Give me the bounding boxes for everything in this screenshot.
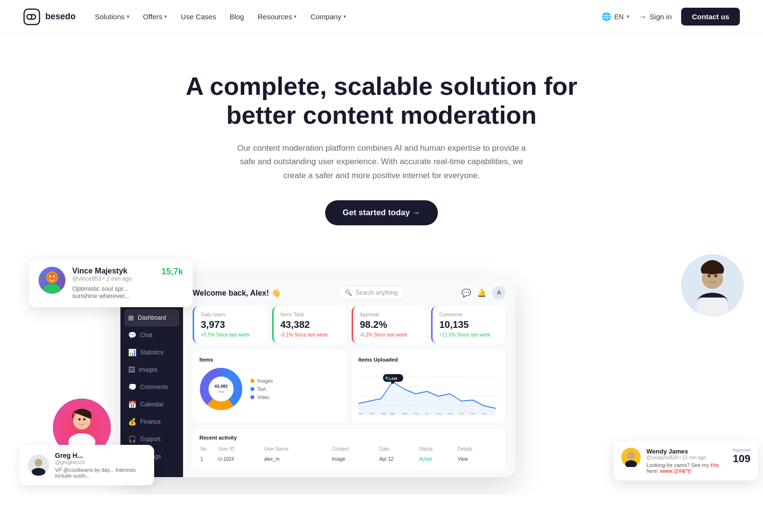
col-content: Content: [332, 446, 378, 454]
chevron-icon: ▾: [627, 13, 630, 20]
wendy-info: Wendy James @xxwjams828 • 15 min ago Loo…: [646, 448, 727, 474]
images-icon: 🖼: [128, 366, 135, 374]
svg-text:Jun: Jun: [414, 412, 418, 415]
col-status: Status: [419, 446, 457, 454]
statistics-icon: 📊: [128, 349, 136, 356]
chevron-icon: ▾: [164, 13, 167, 20]
nav-solutions[interactable]: Solutions ▾: [95, 13, 130, 21]
calendar-icon: 📅: [128, 401, 136, 408]
db-header-icons: 💬 🔔 A: [461, 286, 506, 299]
person-right-avatar: [681, 254, 744, 317]
col-userid: User ID: [218, 446, 263, 454]
stat-change: +6.5% Since last week: [201, 332, 261, 337]
db-nav-images[interactable]: 🖼 Images: [120, 361, 183, 378]
wendy-reported: Reported 109: [733, 448, 750, 474]
col-no: No: [200, 446, 217, 454]
activity-title: Recent activity: [199, 435, 499, 441]
svg-point-3: [43, 284, 61, 294]
sign-in-button[interactable]: → Sign in: [639, 13, 672, 21]
svg-text:Dec: Dec: [482, 412, 487, 415]
hero-title: A complete, scalable solution for better…: [184, 72, 579, 130]
svg-point-20: [83, 418, 86, 421]
stat-label: Comments: [439, 312, 499, 317]
svg-point-23: [32, 468, 45, 476]
donut-wrap: 43,382 total Images Text: [199, 367, 340, 411]
vince-count: 15,7k: [161, 267, 183, 277]
chat-notification-icon[interactable]: 💬: [461, 288, 471, 298]
search-icon: 🔍: [345, 289, 352, 296]
db-nav-comments[interactable]: 💭 Comments: [120, 378, 183, 396]
svg-text:Oct: Oct: [460, 412, 464, 415]
greg-info: Greg H... @greghirsch VP @coolbeans by d…: [55, 452, 145, 479]
chevron-icon: ▾: [343, 13, 346, 20]
line-chart-card: Items Uploaded: [352, 350, 506, 422]
contact-button[interactable]: Contact us: [681, 8, 740, 26]
nav-usecases[interactable]: Use Cases: [181, 13, 216, 21]
stat-change: -0.1% Since last week: [280, 332, 340, 337]
table-row: 1 U-1024 alex_m Image Apr 12 Active View: [200, 455, 498, 463]
sign-in-icon: →: [639, 13, 647, 21]
legend-video: Video: [250, 395, 273, 400]
db-search[interactable]: 🔍 Search anything: [338, 286, 405, 299]
bell-icon[interactable]: 🔔: [477, 288, 487, 298]
nav-right: 🌐 EN ▾ → Sign in Contact us: [602, 8, 740, 26]
nav-blog[interactable]: Blog: [230, 13, 244, 21]
greg-handle: @greghirsch: [55, 459, 145, 465]
greg-card: Greg H... @greghirsch VP @coolbeans by d…: [19, 445, 154, 485]
db-header: Welcome back, Alex! 👋 🔍 Search anything …: [193, 286, 506, 299]
cta-button[interactable]: Get started today →: [325, 200, 438, 225]
line-chart-title: Items Uploaded: [358, 357, 499, 363]
language-selector[interactable]: 🌐 EN ▾: [602, 12, 629, 21]
activity-card: Recent activity No User ID User Name Con…: [193, 429, 506, 469]
svg-point-5: [49, 275, 51, 277]
stat-daily-users: Daily Users 3,973 +6.5% Since last week: [193, 306, 267, 343]
svg-point-6: [53, 275, 55, 277]
svg-text:Jul: Jul: [425, 412, 429, 415]
svg-point-19: [79, 418, 81, 421]
chevron-icon: ▾: [127, 13, 130, 20]
nav-offers[interactable]: Offers ▾: [143, 13, 168, 21]
vince-handle: @vince953 • 2 min ago: [72, 275, 155, 282]
navbar: besedo Solutions ▾ Offers ▾ Use Cases Bl…: [0, 0, 763, 34]
logo-icon: [23, 8, 40, 26]
vince-info: Vince Majestyk @vince953 • 2 min ago Opt…: [72, 267, 155, 299]
donut-legend: Images Text Video: [250, 378, 273, 400]
stat-change: +11.5% Since last week: [439, 332, 499, 337]
globe-icon: 🌐: [602, 12, 611, 21]
svg-text:1,439: 1,439: [388, 376, 397, 381]
stat-label: Items Total: [280, 312, 340, 317]
svg-text:Feb: Feb: [370, 412, 374, 415]
stat-value: 98.2%: [360, 319, 420, 330]
legend-dot-video: [250, 395, 254, 399]
finance-icon: 💰: [128, 418, 136, 426]
hero-subtitle: Our content moderation platform combines…: [232, 142, 531, 183]
db-nav-dashboard[interactable]: ⊞ Dashboard: [124, 309, 179, 326]
wendy-card: Wendy James @xxwjams828 • 15 min ago Loo…: [614, 441, 758, 480]
nav-resources[interactable]: Resources ▾: [258, 13, 297, 21]
line-chart-area: 1,439 Jan Feb Mar Apr May Jun Jul Aug Se…: [358, 367, 499, 415]
svg-point-12: [714, 274, 717, 277]
showcase-section: Vince Majestyk @vince953 • 2 min ago Opt…: [0, 254, 763, 495]
wendy-reported-label: Reported: [733, 448, 750, 453]
search-placeholder: Search anything: [356, 289, 398, 296]
db-nav-calendar[interactable]: 📅 Calendar: [120, 396, 183, 413]
db-nav-finance[interactable]: 💰 Finance: [120, 413, 183, 430]
hero-content: A complete, scalable solution for better…: [165, 34, 598, 254]
svg-point-11: [708, 274, 710, 277]
svg-point-39: [385, 376, 388, 379]
svg-text:Jan: Jan: [358, 412, 363, 415]
user-avatar-small[interactable]: A: [492, 286, 506, 299]
logo[interactable]: besedo: [23, 8, 76, 26]
donut-chart-card: Items 43,382 total: [193, 350, 347, 422]
hero-section: A complete, scalable solution for better…: [0, 34, 763, 254]
nav-left: besedo Solutions ▾ Offers ▾ Use Cases Bl…: [23, 8, 346, 26]
svg-text:Aug: Aug: [436, 412, 441, 415]
stat-value: 10,135: [439, 319, 499, 330]
nav-company[interactable]: Company ▾: [310, 13, 346, 21]
legend-text: Text: [250, 387, 273, 392]
stat-items-total: Items Total 43,382 -0.1% Since last week: [272, 306, 347, 343]
db-nav-statistics[interactable]: 📊 Statistics: [120, 344, 183, 361]
db-nav-chat[interactable]: 💬 Chat: [120, 326, 183, 344]
legend-dot-images: [250, 379, 254, 383]
svg-point-22: [35, 459, 42, 467]
